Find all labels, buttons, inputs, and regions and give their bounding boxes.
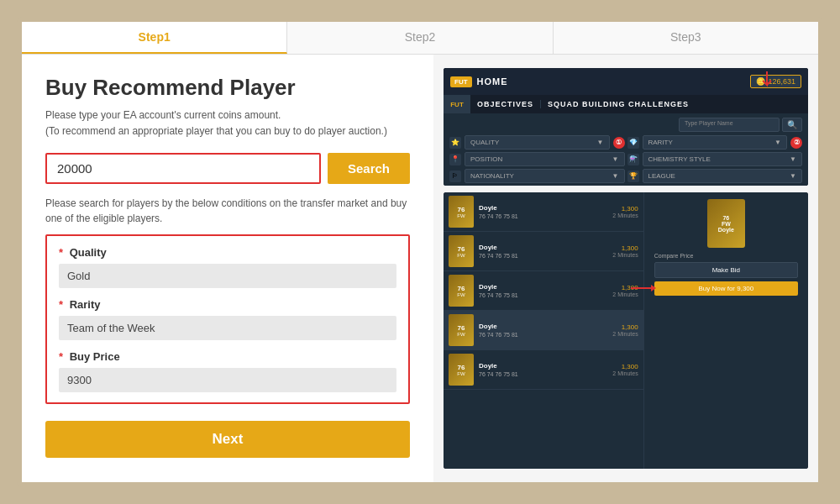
- quality-filter-icon: ⭐: [449, 137, 461, 149]
- tab-step3[interactable]: Step3: [554, 22, 818, 54]
- player-card-3: 76 FW: [449, 275, 474, 307]
- rarity-value: Team of the Week: [59, 316, 396, 340]
- red-arrow-indicator: [631, 283, 656, 293]
- fifa-header: FUT HOME 🪙 126,631 Coins Amount: [444, 68, 808, 95]
- search-button[interactable]: Search: [328, 153, 410, 184]
- quality-circle: ①: [613, 137, 625, 149]
- player-name-search: Type Player Name 🔍: [449, 118, 802, 132]
- player-stats-3: Doyle 76 74 76 75 81: [479, 283, 607, 298]
- buy-now-button[interactable]: Buy Now for 9,300: [654, 281, 798, 296]
- page-description: Please type your EA account's current co…: [45, 108, 410, 139]
- league-filter-dropdown[interactable]: LEAGUE▼: [643, 169, 803, 183]
- result-item-5: 76 FW Doyle 76 74 76 75 81 1,300 2 Minut…: [444, 350, 643, 390]
- search-row: Search: [45, 153, 410, 184]
- quality-value: Gold: [59, 264, 396, 288]
- player-stats-5: Doyle 76 74 76 75 81: [479, 362, 607, 377]
- fifa-top-ui: FUT HOME 🪙 126,631 Coins Amount: [444, 68, 808, 186]
- fut-icon: FUT: [444, 95, 470, 113]
- player-nums-3: 76 74 76 75 81: [479, 292, 607, 298]
- fifa-home-label: HOME: [477, 76, 751, 87]
- time-5: 2 Minutes: [612, 370, 638, 376]
- result-item-3: 76 FW Doyle 76 74 76 75 81 1,300 2 Minut…: [444, 271, 643, 311]
- player-price-4: 1,300 2 Minutes: [612, 323, 638, 337]
- objectives-nav: OBJECTIVES: [470, 100, 541, 109]
- condition-quality: * Quality Gold: [59, 246, 396, 288]
- compare-price-label: Compare Price: [654, 253, 694, 259]
- nav-items: OBJECTIVES SQUAD BUILDING CHALLENGES: [470, 100, 808, 109]
- bid-info-row: Compare Price: [654, 253, 798, 259]
- chem-filter-dropdown[interactable]: CHEMISTRY STYLE▼: [643, 152, 803, 166]
- detail-card-text: 76 FW Doyle: [718, 215, 734, 233]
- player-price-1: 1,300 2 Minutes: [612, 205, 638, 218]
- main-content: Buy Recommend Player Please type your EA…: [22, 55, 818, 482]
- rarity-filter-icon: 💎: [627, 137, 639, 149]
- filter-grid: ⭐ QUALITY▼ ① 💎 RARITY▼ ② 📍: [449, 135, 802, 186]
- results-detail: 76 FW Doyle Compare Price Make Bid B: [644, 192, 808, 469]
- player-stats-2: Doyle 76 74 76 75 81: [479, 244, 607, 259]
- condition-rarity: * Rarity Team of the Week: [59, 298, 396, 340]
- tab-step1[interactable]: Step1: [22, 22, 287, 54]
- conditions-box: * Quality Gold * Rarity Team of the Week…: [45, 234, 410, 404]
- position-filter: 📍 POSITION▼: [449, 152, 625, 166]
- left-panel: Buy Recommend Player Please type your EA…: [22, 55, 433, 482]
- coins-input[interactable]: [45, 153, 321, 184]
- results-list: 76 FW Doyle 76 74 76 75 81 1,300 2 Minut…: [444, 192, 644, 469]
- player-stats-4: Doyle 76 74 76 75 81: [479, 323, 607, 338]
- chem-filter-icon: ⚗️: [627, 154, 639, 165]
- detail-actions: Compare Price Make Bid Buy Now for 9,300: [651, 253, 801, 296]
- svg-marker-1: [651, 285, 656, 291]
- screenshot-bottom: 76 FW Doyle 76 74 76 75 81 1,300 2 Minut…: [444, 192, 808, 469]
- asterisk-icon: *: [59, 350, 63, 363]
- fifa-results-ui: 76 FW Doyle 76 74 76 75 81 1,300 2 Minut…: [444, 192, 808, 469]
- league-filter: 🏆 LEAGUE▼: [627, 169, 803, 183]
- filter-area: Type Player Name 🔍 ⭐ QUALITY▼ ① 💎: [444, 113, 808, 186]
- result-item-1: 76 FW Doyle 76 74 76 75 81 1,300 2 Minut…: [444, 192, 643, 232]
- nationality-filter-dropdown[interactable]: NATIONALITY▼: [465, 169, 625, 183]
- result-item-4: 76 FW Doyle 76 74 76 75 81 1,300 2 Minut…: [444, 311, 643, 350]
- position-filter-icon: 📍: [449, 154, 461, 165]
- player-nums-5: 76 74 76 75 81: [479, 371, 607, 377]
- detail-card: 76 FW Doyle: [707, 199, 745, 248]
- player-card-5: 76 FW: [449, 354, 474, 386]
- player-card-1: 76 FW: [449, 196, 474, 228]
- player-name-1: Doyle: [479, 204, 607, 212]
- player-name-3: Doyle: [479, 283, 607, 291]
- bid-price-1: 1,300: [612, 205, 638, 213]
- main-window: Step1 Step2 Step3 Buy Recommend Player P…: [17, 17, 823, 487]
- player-stats-1: Doyle 76 74 76 75 81: [479, 204, 607, 219]
- quality-filter: ⭐ QUALITY▼ ①: [449, 135, 625, 150]
- player-name-input: Type Player Name: [679, 118, 780, 132]
- rarity-filter: 💎 RARITY▼ ②: [627, 135, 803, 150]
- squad-building-nav: SQUAD BUILDING CHALLENGES: [541, 100, 696, 109]
- player-nums-4: 76 74 76 75 81: [479, 332, 607, 338]
- nationality-filter-icon: 🏳: [449, 171, 461, 182]
- tab-step2[interactable]: Step2: [287, 22, 553, 54]
- player-name-4: Doyle: [479, 323, 607, 330]
- time-2: 2 Minutes: [612, 252, 638, 258]
- position-filter-dropdown[interactable]: POSITION▼: [465, 152, 625, 166]
- rarity-label: * Rarity: [59, 298, 396, 311]
- bid-price-2: 1,300: [612, 244, 638, 252]
- result-item-2: 76 FW Doyle 76 74 76 75 81 1,300 2 Minut…: [444, 232, 643, 271]
- player-nums-2: 76 74 76 75 81: [479, 253, 607, 259]
- page-title: Buy Recommend Player: [45, 75, 410, 101]
- make-bid-button[interactable]: Make Bid: [654, 262, 798, 278]
- player-nums-1: 76 74 76 75 81: [479, 213, 607, 219]
- condition-buyprice: * Buy Price 9300: [59, 350, 396, 392]
- asterisk-icon: *: [59, 246, 63, 259]
- player-card-4: 76 FW: [449, 314, 474, 346]
- next-button[interactable]: Next: [45, 421, 410, 458]
- nationality-filter: 🏳 NATIONALITY▼: [449, 169, 625, 183]
- buy-now-container: Buy Now for 9,300: [654, 281, 798, 296]
- league-filter-icon: 🏆: [627, 171, 639, 182]
- fut-label: FUT: [450, 101, 464, 108]
- buyprice-value: 9300: [59, 368, 396, 392]
- rarity-circle: ②: [790, 137, 802, 149]
- player-price-5: 1,300 2 Minutes: [612, 363, 638, 376]
- screenshot-top: FUT HOME 🪙 126,631 Coins Amount: [444, 68, 808, 186]
- bid-price-4: 1,300: [612, 323, 638, 331]
- player-name-2: Doyle: [479, 244, 607, 251]
- right-panel: FUT HOME 🪙 126,631 Coins Amount: [433, 55, 818, 482]
- quality-filter-dropdown[interactable]: QUALITY▼: [465, 135, 610, 150]
- rarity-filter-dropdown[interactable]: RARITY▼: [643, 135, 788, 150]
